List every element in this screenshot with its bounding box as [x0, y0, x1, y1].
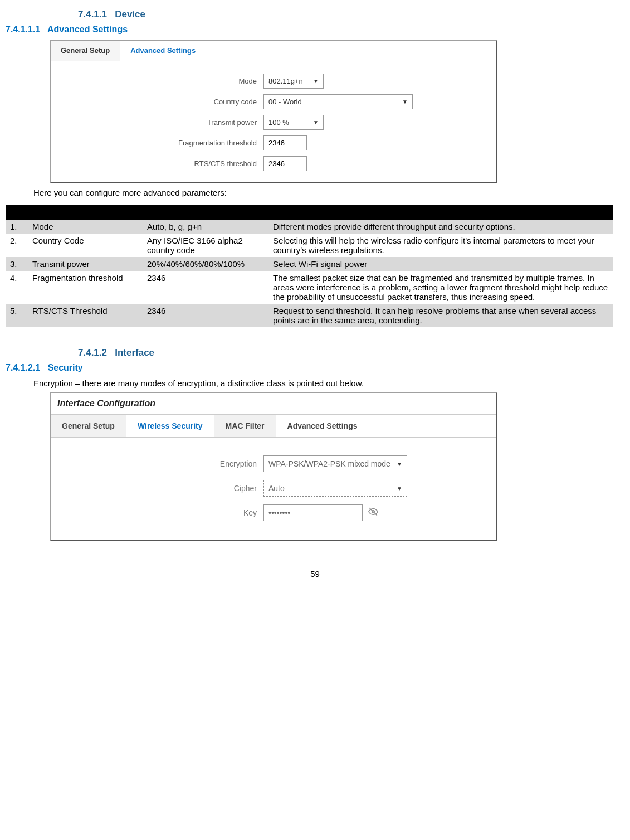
th-sample	[143, 205, 268, 220]
heading-security-title: Security	[48, 363, 83, 372]
heading-security: 7.4.1.2.1 Security	[6, 363, 624, 373]
transmit-power-select[interactable]: 100 % ▼	[263, 115, 324, 130]
tabs-bar-2: General Setup Wireless Security MAC Filt…	[51, 415, 496, 438]
intro-text-1: Here you can configure more advanced par…	[33, 188, 624, 197]
encryption-select[interactable]: WPA-PSK/WPA2-PSK mixed mode ▼	[263, 455, 407, 472]
key-label: Key	[51, 508, 263, 517]
cell: Auto, b, g, g+n	[143, 220, 268, 234]
cell: The smallest packet size that can be fra…	[268, 271, 613, 304]
encryption-value: WPA-PSK/WPA2-PSK mixed mode	[268, 459, 390, 468]
cell: 4.	[6, 271, 28, 304]
table-row: 2. Country Code Any ISO/IEC 3166 alpha2 …	[6, 234, 613, 257]
mode-value: 802.11g+n	[268, 77, 303, 85]
heading-adv-num: 7.4.1.1.1	[6, 25, 40, 34]
heading-adv-title: Advanced Settings	[47, 25, 128, 34]
tabs-bar: General Setup Advanced Settings	[51, 41, 496, 61]
tab-mac-filter[interactable]: MAC Filter	[214, 415, 276, 437]
heading-device-num: 7.4.1.1	[78, 9, 107, 20]
heading-interface: 7.4.1.2 Interface	[78, 347, 624, 358]
cell: RTS/CTS Threshold	[28, 304, 143, 327]
cell: 5.	[6, 304, 28, 327]
intro-text-2: Encryption – there are many modes of enc…	[33, 378, 624, 388]
table-row: 5. RTS/CTS Threshold 2346 Request to sen…	[6, 304, 613, 327]
parameters-table: 1. Mode Auto, b, g, g+n Different modes …	[6, 205, 613, 327]
cell: Any ISO/IEC 3166 alpha2 country code	[143, 234, 268, 257]
rts-cts-label: RTS/CTS threshold	[51, 159, 263, 168]
key-value: ••••••••	[268, 508, 290, 517]
table-row: 4. Fragmentation threshold 2346 The smal…	[6, 271, 613, 304]
cell: Request to send threshold. It can help r…	[268, 304, 613, 327]
cipher-value: Auto	[268, 484, 285, 493]
cell: Country Code	[28, 234, 143, 257]
heading-device-title: Device	[115, 9, 145, 20]
heading-interface-title: Interface	[115, 347, 154, 358]
cell: Mode	[28, 220, 143, 234]
cell: Transmit power	[28, 257, 143, 271]
heading-advanced-settings: 7.4.1.1.1 Advanced Settings	[6, 25, 624, 35]
fragmentation-label: Fragmentation threshold	[51, 139, 263, 147]
chevron-down-icon: ▼	[313, 78, 319, 84]
cell: Different modes provide different throug…	[268, 220, 613, 234]
th-num	[6, 205, 28, 220]
transmit-power-label: Transmit power	[51, 118, 263, 127]
tab-general-setup[interactable]: General Setup	[51, 41, 120, 61]
cipher-select[interactable]: Auto ▼	[263, 480, 407, 497]
cell: Selecting this will help the wireless ra…	[268, 234, 613, 257]
mode-select[interactable]: 802.11g+n ▼	[263, 74, 324, 89]
table-row: 1. Mode Auto, b, g, g+n Different modes …	[6, 220, 613, 234]
th-name	[28, 205, 143, 220]
interface-config-panel: Interface Configuration General Setup Wi…	[50, 392, 497, 541]
chevron-down-icon: ▼	[313, 119, 319, 125]
heading-device: 7.4.1.1 Device	[78, 9, 624, 20]
cipher-label: Cipher	[51, 484, 263, 493]
cell: 2346	[143, 271, 268, 304]
rts-cts-input[interactable]: 2346	[263, 156, 307, 171]
cell: 1.	[6, 220, 28, 234]
cell: Fragmentation threshold	[28, 271, 143, 304]
tab-advanced-settings-2[interactable]: Advanced Settings	[276, 415, 369, 437]
heading-security-num: 7.4.1.2.1	[6, 363, 40, 372]
cell: 3.	[6, 257, 28, 271]
table-row: 3. Transmit power 20%/40%/60%/80%/100% S…	[6, 257, 613, 271]
page-number: 59	[6, 569, 624, 579]
transmit-power-value: 100 %	[268, 118, 289, 127]
mode-label: Mode	[51, 77, 263, 85]
encryption-label: Encryption	[51, 459, 263, 468]
eye-slash-icon[interactable]	[368, 507, 378, 519]
tab-general-setup-2[interactable]: General Setup	[51, 415, 126, 437]
heading-interface-num: 7.4.1.2	[78, 347, 107, 358]
advanced-settings-panel: General Setup Advanced Settings Mode 802…	[50, 40, 497, 183]
panel2-title: Interface Configuration	[51, 393, 496, 415]
key-input[interactable]: ••••••••	[263, 504, 363, 521]
chevron-down-icon: ▼	[397, 461, 402, 467]
tab-wireless-security[interactable]: Wireless Security	[126, 415, 214, 437]
country-select[interactable]: 00 - World ▼	[263, 94, 413, 109]
tab-advanced-settings[interactable]: Advanced Settings	[120, 41, 206, 61]
country-label: Country code	[51, 98, 263, 106]
chevron-down-icon: ▼	[402, 99, 408, 105]
cell: 20%/40%/60%/80%/100%	[143, 257, 268, 271]
cell: 2.	[6, 234, 28, 257]
cell: Select Wi-Fi signal power	[268, 257, 613, 271]
country-value: 00 - World	[268, 98, 302, 106]
chevron-down-icon: ▼	[397, 485, 402, 492]
form-rows: Mode 802.11g+n ▼ Country code 00 - World…	[51, 61, 496, 171]
cell: 2346	[143, 304, 268, 327]
th-expl	[268, 205, 613, 220]
fragmentation-input[interactable]: 2346	[263, 135, 307, 150]
